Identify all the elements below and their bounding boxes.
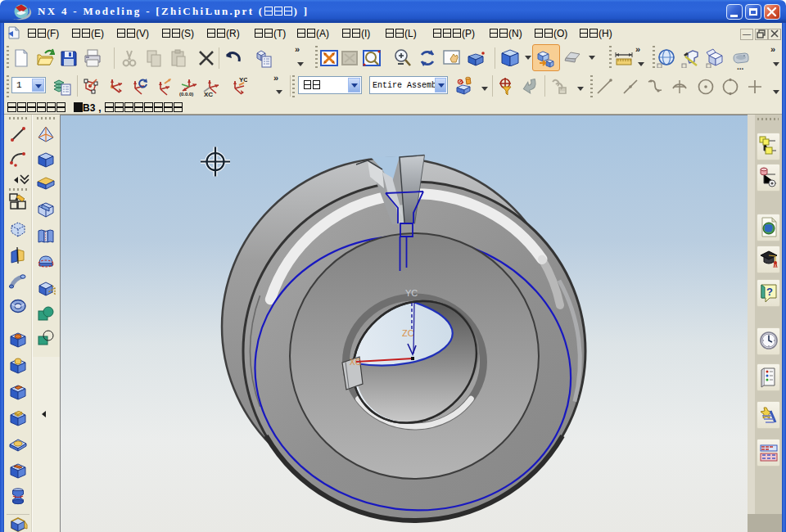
svg-text:?: ? [766, 286, 773, 298]
svg-text:ZC: ZC [402, 328, 414, 338]
svg-text:YC: YC [405, 288, 418, 298]
svg-text:YC: YC [239, 77, 247, 83]
svg-text:XC: XC [204, 91, 213, 97]
svg-text:(0.0.0): (0.0.0) [179, 92, 193, 97]
